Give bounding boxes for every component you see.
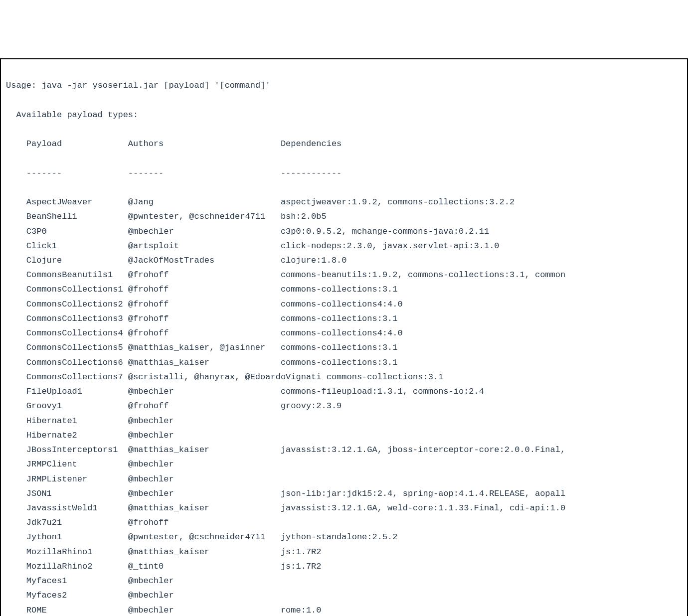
cell-dependencies: clojure:1.8.0: [281, 253, 347, 268]
cell-payload: ROME: [26, 603, 128, 616]
cell-payload: MozillaRhino1: [26, 545, 128, 559]
divider-authors: -------: [128, 166, 281, 180]
cell-authors: @frohoff: [128, 515, 281, 530]
table-row: Myfaces1@mbechler: [6, 574, 687, 588]
cell-dependencies: groovy:2.3.9: [281, 399, 342, 413]
cell-payload: Click1: [26, 239, 128, 253]
cell-dependencies: commons-fileupload:1.3.1, commons-io:2.4: [281, 384, 484, 399]
table-row: Myfaces2@mbechler: [6, 588, 687, 603]
table-row: Groovy1@frohoffgroovy:2.3.9: [6, 399, 687, 413]
cell-payload: CommonsCollections5: [26, 340, 128, 355]
cell-authors: @mbechler: [128, 384, 281, 399]
table-row: BeanShell1@pwntester, @cschneider4711bsh…: [6, 209, 687, 224]
cell-payload: CommonsCollections3: [26, 311, 128, 326]
table-row: Jython1@pwntester, @cschneider4711jython…: [6, 530, 687, 544]
usage-line: Usage: java -jar ysoserial.jar [payload]…: [6, 78, 687, 93]
terminal-output: Usage: java -jar ysoserial.jar [payload]…: [0, 58, 688, 616]
cell-payload: CommonsCollections6: [26, 355, 128, 370]
cell-authors: @mbechler: [128, 574, 281, 588]
cell-payload: C3P0: [26, 224, 128, 239]
cell-authors: @Jang: [128, 195, 281, 209]
cell-dependencies: commons-collections:3.1: [327, 370, 444, 384]
cell-payload: JSON1: [26, 486, 128, 501]
cell-payload: Clojure: [26, 253, 128, 268]
cell-dependencies: rome:1.0: [281, 603, 322, 616]
cell-dependencies: commons-beanutils:1.9.2, commons-collect…: [281, 268, 565, 282]
cell-payload: JBossInterceptors1: [26, 443, 128, 457]
table-row: CommonsBeanutils1@frohoffcommons-beanuti…: [6, 268, 687, 282]
table-row: CommonsCollections6@matthias_kaisercommo…: [6, 355, 687, 370]
table-row: JRMPClient@mbechler: [6, 457, 687, 471]
table-row: CommonsCollections2@frohoffcommons-colle…: [6, 297, 687, 311]
table-row: CommonsCollections4@frohoffcommons-colle…: [6, 326, 687, 340]
table-row: JRMPListener@mbechler: [6, 472, 687, 486]
cell-payload: Myfaces2: [26, 588, 128, 603]
cell-authors: @pwntester, @cschneider4711: [128, 209, 281, 224]
available-line: Available payload types:: [6, 108, 687, 122]
cell-authors: @matthias_kaiser, @jasinner: [128, 340, 281, 355]
cell-dependencies: commons-collections:3.1: [281, 340, 398, 355]
header-dependencies: Dependencies: [281, 137, 342, 151]
cell-authors: @mbechler: [128, 486, 281, 501]
cell-dependencies: c3p0:0.9.5.2, mchange-commons-java:0.2.1…: [281, 224, 489, 239]
table-row: CommonsCollections5@matthias_kaiser, @ja…: [6, 340, 687, 355]
cell-authors: @matthias_kaiser: [128, 501, 281, 515]
cell-dependencies: aspectjweaver:1.9.2, commons-collections…: [281, 195, 515, 209]
cell-payload: Myfaces1: [26, 574, 128, 588]
cell-dependencies: commons-collections:3.1: [281, 355, 398, 370]
cell-authors: @frohoff: [128, 297, 281, 311]
table-row: JavassistWeld1@matthias_kaiserjavassist:…: [6, 501, 687, 515]
cell-dependencies: commons-collections:3.1: [281, 311, 398, 326]
header-authors: Authors: [128, 137, 281, 151]
table-row: FileUpload1@mbechlercommons-fileupload:1…: [6, 384, 687, 399]
cell-authors: @artsploit: [128, 239, 281, 253]
table-row: ROME@mbechlerrome:1.0: [6, 603, 687, 616]
cell-authors: @mbechler: [128, 224, 281, 239]
table-row: Clojure@JackOfMostTradesclojure:1.8.0: [6, 253, 687, 268]
cell-authors: @scristalli, @hanyrax, @EdoardoVignati: [128, 370, 327, 384]
cell-dependencies: commons-collections:3.1: [281, 282, 398, 297]
cell-dependencies: js:1.7R2: [281, 545, 322, 559]
divider-dependencies: ------------: [281, 166, 342, 180]
cell-payload: CommonsCollections1: [26, 282, 128, 297]
table-row: Click1@artsploitclick-nodeps:2.3.0, java…: [6, 239, 687, 253]
cell-authors: @_tint0: [128, 559, 281, 574]
cell-payload: CommonsCollections2: [26, 297, 128, 311]
cell-authors: @mbechler: [128, 457, 281, 471]
table-row: CommonsCollections7@scristalli, @hanyrax…: [6, 370, 687, 384]
table-row: CommonsCollections3@frohoffcommons-colle…: [6, 311, 687, 326]
cell-authors: @JackOfMostTrades: [128, 253, 281, 268]
cell-authors: @mbechler: [128, 414, 281, 428]
table-row: Hibernate1@mbechler: [6, 414, 687, 428]
cell-payload: AspectJWeaver: [26, 195, 128, 209]
table-row: AspectJWeaver@Jangaspectjweaver:1.9.2, c…: [6, 195, 687, 209]
cell-dependencies: commons-collections4:4.0: [281, 297, 403, 311]
table-row: C3P0@mbechlerc3p0:0.9.5.2, mchange-commo…: [6, 224, 687, 239]
table-row: JSON1@mbechlerjson-lib:jar:jdk15:2.4, sp…: [6, 486, 687, 501]
table-row: MozillaRhino1@matthias_kaiserjs:1.7R2: [6, 545, 687, 559]
cell-payload: CommonsCollections7: [26, 370, 128, 384]
divider-payload: -------: [26, 166, 128, 180]
cell-payload: CommonsCollections4: [26, 326, 128, 340]
cell-dependencies: json-lib:jar:jdk15:2.4, spring-aop:4.1.4…: [281, 486, 565, 501]
table-row: Hibernate2@mbechler: [6, 428, 687, 443]
cell-dependencies: javassist:3.12.1.GA, weld-core:1.1.33.Fi…: [281, 501, 565, 515]
cell-payload: Jython1: [26, 530, 128, 544]
table-row: MozillaRhino2@_tint0js:1.7R2: [6, 559, 687, 574]
table-row: Jdk7u21@frohoff: [6, 515, 687, 530]
cell-authors: @mbechler: [128, 588, 281, 603]
cell-authors: @frohoff: [128, 282, 281, 297]
cell-dependencies: click-nodeps:2.3.0, javax.servlet-api:3.…: [281, 239, 500, 253]
cell-dependencies: js:1.7R2: [281, 559, 322, 574]
cell-authors: @mbechler: [128, 428, 281, 443]
divider-row: --------------------------: [6, 166, 687, 180]
cell-dependencies: commons-collections4:4.0: [281, 326, 403, 340]
cell-authors: @pwntester, @cschneider4711: [128, 530, 281, 544]
cell-authors: @frohoff: [128, 268, 281, 282]
cell-payload: Jdk7u21: [26, 515, 128, 530]
cell-payload: JavassistWeld1: [26, 501, 128, 515]
cell-authors: @matthias_kaiser: [128, 443, 281, 457]
cell-authors: @frohoff: [128, 326, 281, 340]
table-row: CommonsCollections1@frohoffcommons-colle…: [6, 282, 687, 297]
cell-payload: FileUpload1: [26, 384, 128, 399]
